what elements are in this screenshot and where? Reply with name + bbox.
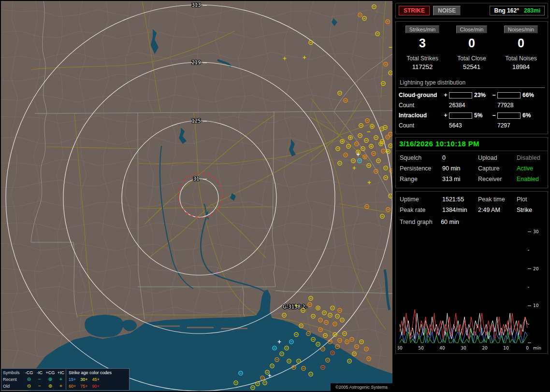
ic-minus-percent: 6% (521, 112, 539, 119)
noises-per-min-value: 0 (496, 36, 546, 50)
ic-minus-gauge (497, 112, 521, 119)
close-per-min-value: 0 (447, 36, 496, 50)
plot-label: Plot (517, 196, 544, 203)
squelch-value: 0 (442, 154, 478, 161)
legend-symbols-label: Symbols (3, 369, 23, 376)
strikes-per-min-chip: Strikes/min (405, 26, 439, 33)
map-legend: Symbols -CG -IC +CG +IC Strike age color… (1, 368, 130, 391)
cg-plus-sign: + (442, 92, 449, 98)
alert-toolbar: STRIKE NOISE Bng 162°283mi (395, 3, 548, 18)
age-45-label: 45+ (92, 376, 100, 383)
peak-time-label: Peak time (478, 196, 517, 203)
neg-cg-old-icon: ⊖ (23, 383, 35, 390)
total-noises-label: Total Noises (496, 55, 546, 62)
legend-recent-label: Recent (3, 376, 23, 383)
noise-alert-button[interactable]: NOISE (433, 6, 461, 15)
noises-per-min-chip: Noises/min (504, 26, 538, 33)
receiver-label: Receiver (478, 176, 517, 182)
cg-minus-count: 77928 (497, 102, 539, 109)
close-per-min-chip: Close/min (456, 26, 488, 33)
status-panel: STRIKE NOISE Bng 162°283mi Strikes/min 3… (395, 3, 548, 357)
datetime-display: 3/16/2026 10:10:18 PM (396, 138, 548, 151)
distribution-title: Lightning type distribution (399, 78, 545, 88)
range-label: Range (400, 176, 442, 182)
uptime-label: Uptime (400, 196, 442, 203)
cg-minus-gauge (497, 92, 521, 98)
age-90-label: 90+ (92, 383, 100, 390)
persistence-label: Persistence (400, 165, 442, 172)
bearing-distance: 283mi (524, 7, 540, 14)
svg-text:min: min (533, 346, 541, 350)
legend-old-label: Old (3, 383, 23, 390)
svg-text:20: 20 (482, 346, 488, 350)
peak-rate-label: Peak rate (400, 207, 442, 213)
ic-minus-count: 7297 (497, 122, 539, 129)
svg-text:313: 313 (191, 2, 201, 8)
neg-ic-recent-icon: − (35, 376, 44, 383)
noises-per-min-column: Noises/min 0 Total Noises 18984 (496, 26, 546, 73)
trend-graph: 3020106050403020100min (398, 228, 543, 352)
squelch-label: Squelch (400, 154, 442, 161)
legend-col-neg-cg: -CG (23, 369, 35, 376)
pos-cg-old-icon: ⊕ (44, 383, 56, 390)
bearing-value: Bng 162° (494, 7, 519, 14)
close-per-min-column: Close/min 0 Total Close 52541 (447, 26, 496, 73)
bearing-readout: Bng 162°283mi (490, 6, 545, 15)
strikes-per-min-column: Strikes/min 3 Total Strikes 117252 (398, 26, 447, 73)
persistence-value: 90 min (442, 165, 478, 172)
strikes-per-min-value: 3 (398, 36, 447, 50)
svg-text:40: 40 (439, 346, 445, 350)
rates-section: Strikes/min 3 Total Strikes 117252 Close… (395, 21, 548, 134)
trend-graph-label: Trend graph (400, 219, 433, 225)
upload-label: Upload (478, 154, 517, 161)
age-30-label: 30+ (80, 376, 87, 383)
total-strikes-label: Total Strikes (398, 55, 447, 62)
ic-plus-gauge (449, 112, 472, 119)
cloud-ground-label: Cloud-ground (399, 92, 442, 98)
uptime-value: 1521:55 (442, 196, 478, 203)
range-value: 313 mi (442, 176, 478, 182)
pos-cg-recent-icon: ⊕ (44, 376, 56, 383)
total-strikes-value: 117252 (398, 63, 447, 70)
cg-minus-sign: − (491, 92, 497, 98)
age-15-label: 15+ (69, 376, 76, 383)
upload-status: Disabled (517, 154, 544, 161)
trend-graph-window: 60 min (441, 219, 459, 225)
svg-text:50: 50 (418, 346, 424, 350)
age-75-label: 75+ (80, 383, 87, 390)
svg-text:10: 10 (533, 303, 539, 308)
ic-count-label: Count (399, 122, 442, 129)
svg-text:31: 31 (193, 176, 200, 182)
legend-col-neg-ic: -IC (35, 369, 44, 376)
copyright-notice: ©2005 Astrogenic Systems (331, 383, 392, 391)
svg-text:60: 60 (398, 346, 403, 350)
cg-count-label: Count (399, 102, 442, 109)
svg-text:30: 30 (461, 346, 466, 350)
cg-plus-gauge (449, 92, 472, 98)
neg-cg-recent-icon: ⊖ (23, 376, 35, 383)
map-area: 31321912531 G-3138 2- (1, 1, 392, 391)
ic-minus-sign: − (491, 112, 497, 119)
svg-text:30: 30 (533, 229, 539, 234)
strike-alert-button[interactable]: STRIKE (399, 6, 430, 15)
svg-text:20: 20 (533, 266, 539, 271)
strike-map[interactable]: 31321912531 G-3138 2- (1, 1, 392, 391)
svg-text:0: 0 (526, 346, 529, 350)
legend-col-pos-cg: +CG (44, 369, 56, 376)
pos-ic-recent-icon: + (56, 376, 66, 383)
total-noises-value: 18984 (496, 63, 546, 70)
age-60-label: 60+ (69, 383, 76, 390)
peak-rate-value: 1384/min (442, 207, 478, 213)
cg-plus-count: 26384 (449, 102, 491, 109)
capture-status: Active (517, 165, 544, 172)
trend-section: Uptime 1521:55 Peak time Plot Peak rate … (395, 191, 548, 354)
cg-plus-percent: 23% (472, 92, 491, 98)
ic-plus-count: 5643 (449, 122, 491, 129)
capture-label: Capture (478, 165, 517, 172)
legend-age-title: Strike age color codes (69, 369, 112, 376)
svg-text:125: 125 (191, 118, 201, 124)
cg-minus-percent: 66% (521, 92, 539, 98)
total-close-label: Total Close (447, 55, 496, 62)
total-close-value: 52541 (447, 63, 496, 70)
neg-ic-old-icon: − (35, 383, 44, 390)
